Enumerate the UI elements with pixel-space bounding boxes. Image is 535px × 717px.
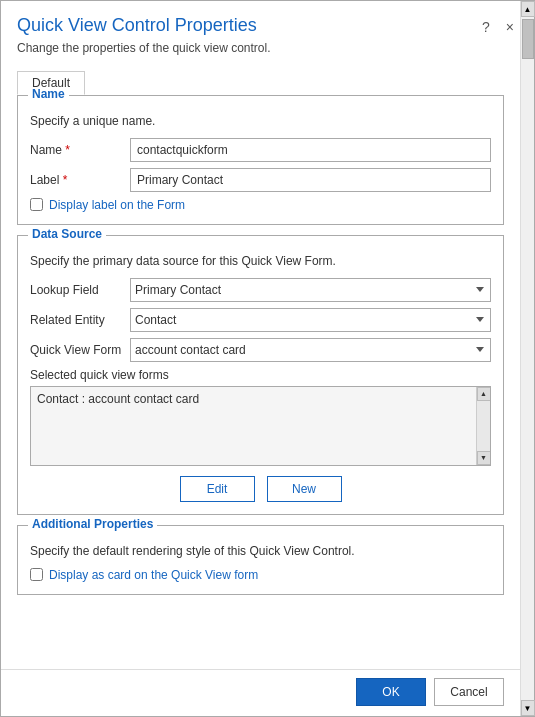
display-label-text: Display label on the Form [49,198,185,212]
lookup-field-row: Lookup Field Primary Contact [30,278,491,302]
help-button[interactable]: ? [478,17,494,37]
close-button[interactable]: × [502,17,518,37]
bottom-bar: OK Cancel [1,669,520,716]
scrollbar-down-btn[interactable]: ▼ [521,700,535,716]
data-source-desc: Specify the primary data source for this… [30,254,491,268]
label-row: Label * [30,168,491,192]
listbox-scroll-down[interactable]: ▼ [477,451,491,465]
related-entity-label: Related Entity [30,313,130,327]
quick-view-form-label: Quick View Form [30,343,130,357]
related-entity-row: Related Entity Contact [30,308,491,332]
name-label: Name * [30,143,130,157]
selected-quick-view-label: Selected quick view forms [30,368,491,382]
scrollbar-thumb[interactable] [522,19,534,59]
label-label: Label * [30,173,130,187]
scrollbar-up-btn[interactable]: ▲ [521,1,535,17]
title-bar-left: Quick View Control Properties Change the… [17,15,270,55]
name-row: Name * [30,138,491,162]
related-entity-select[interactable]: Contact [130,308,491,332]
quick-view-form-row: Quick View Form account contact card [30,338,491,362]
name-section-legend: Name [28,87,69,101]
lookup-field-label: Lookup Field [30,283,130,297]
label-input[interactable] [130,168,491,192]
name-input[interactable] [130,138,491,162]
cancel-button[interactable]: Cancel [434,678,504,706]
display-card-checkbox[interactable] [30,568,43,581]
additional-section-legend: Additional Properties [28,517,157,531]
listbox-scroll-up[interactable]: ▲ [477,387,491,401]
selected-forms-listbox[interactable]: Contact : account contact card ▲ ▼ [30,386,491,466]
quick-view-form-select[interactable]: account contact card [130,338,491,362]
edit-button[interactable]: Edit [180,476,255,502]
dialog-title: Quick View Control Properties [17,15,270,37]
title-bar-right: ? × [478,17,518,37]
display-label-checkbox[interactable] [30,198,43,211]
dialog-subtitle: Change the properties of the quick view … [17,41,270,55]
dialog: ▲ ▼ Quick View Control Properties Change… [0,0,535,717]
lookup-field-select[interactable]: Primary Contact [130,278,491,302]
display-card-row: Display as card on the Quick View form [30,568,491,582]
label-required-star: * [63,173,68,187]
name-section-desc: Specify a unique name. [30,114,491,128]
listbox-scrollbar[interactable]: ▲ ▼ [476,387,490,465]
additional-section: Additional Properties Specify the defaul… [17,525,504,595]
display-label-row: Display label on the Form [30,198,491,212]
edit-new-buttons: Edit New [30,476,491,502]
data-source-legend: Data Source [28,227,106,241]
name-section: Name Specify a unique name. Name * Label… [17,95,504,225]
data-source-section: Data Source Specify the primary data sou… [17,235,504,515]
display-card-label: Display as card on the Quick View form [49,568,258,582]
ok-button[interactable]: OK [356,678,426,706]
name-required-star: * [65,143,70,157]
additional-section-desc: Specify the default rendering style of t… [30,544,491,558]
list-item: Contact : account contact card [37,391,484,407]
content-area: Default Name Specify a unique name. Name… [1,61,520,669]
scrollbar-track[interactable]: ▲ ▼ [520,1,534,716]
tab-bar: Default [17,71,504,95]
title-bar: Quick View Control Properties Change the… [1,1,534,61]
new-button[interactable]: New [267,476,342,502]
